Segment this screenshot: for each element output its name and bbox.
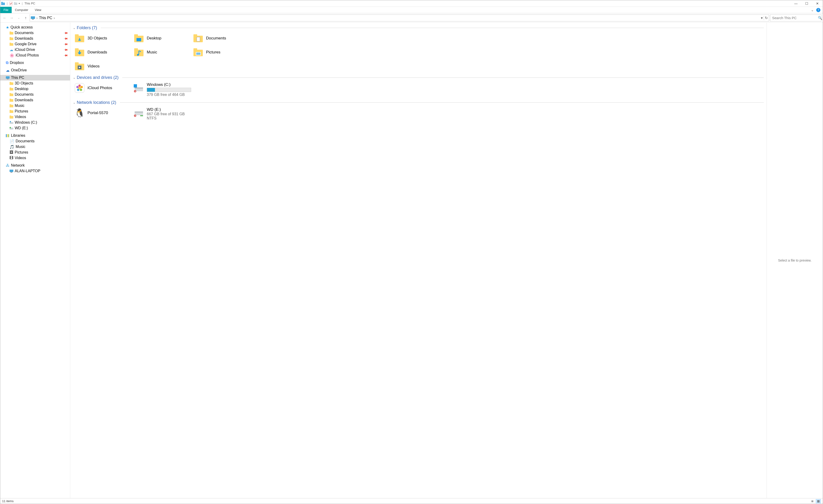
tree-item-lib-documents[interactable]: 📄Documents bbox=[0, 138, 70, 144]
tree-libraries[interactable]: Libraries bbox=[0, 133, 70, 138]
search-input[interactable] bbox=[772, 16, 816, 20]
tree-item-videos[interactable]: Videos bbox=[0, 114, 70, 120]
tile-wd-e[interactable]: ✕ WD (E:) 667 GB free of 931 GB NTFS bbox=[132, 107, 193, 121]
drive-c-icon: ✕ bbox=[133, 82, 144, 94]
tree-item-google-drive[interactable]: Google Drive📌 bbox=[0, 41, 70, 47]
navigation-pane[interactable]: ★ Quick access Documents📌 Downloads📌 Goo… bbox=[0, 23, 70, 498]
tree-item-documents[interactable]: Documents bbox=[0, 92, 70, 97]
tile-label: iCloud Photos bbox=[88, 86, 112, 90]
back-button[interactable]: ← bbox=[2, 15, 8, 21]
folder-icon bbox=[10, 99, 13, 102]
drive-name: WD (E:) bbox=[147, 107, 185, 112]
breadcrumb-sep-icon[interactable]: › bbox=[36, 16, 37, 20]
svg-rect-14 bbox=[7, 78, 9, 79]
linux-icon: 🐧 bbox=[74, 107, 85, 119]
library-videos-icon: 🎞 bbox=[10, 156, 13, 160]
forward-button[interactable]: → bbox=[9, 15, 15, 21]
tile-3d-objects[interactable]: 3D Objects bbox=[73, 32, 131, 45]
tree-label: iCloud Photos bbox=[16, 53, 39, 57]
tree-dropbox[interactable]: ⧉Dropbox bbox=[0, 60, 70, 65]
tree-item-pictures[interactable]: Pictures bbox=[0, 109, 70, 114]
group-header-network[interactable]: ⌄ Network locations (2) bbox=[73, 100, 764, 105]
tile-downloads[interactable]: Downloads bbox=[73, 46, 131, 59]
help-icon[interactable]: ? bbox=[816, 8, 820, 12]
tile-music[interactable]: Music bbox=[132, 46, 191, 59]
svg-rect-9 bbox=[10, 37, 13, 40]
view-tiles-button[interactable]: ▦ bbox=[816, 499, 821, 503]
svg-rect-6 bbox=[32, 19, 34, 20]
view-details-button[interactable]: ≣ bbox=[810, 499, 815, 503]
svg-rect-73 bbox=[135, 112, 143, 113]
tile-label: Downloads bbox=[88, 50, 107, 54]
tree-item-wd-e[interactable]: WD (E:) bbox=[0, 125, 70, 131]
refresh-icon[interactable]: ↻ bbox=[765, 16, 768, 20]
folder-icon bbox=[10, 116, 13, 119]
close-button[interactable]: ✕ bbox=[812, 0, 823, 7]
tile-label: Videos bbox=[88, 64, 100, 68]
address-dropdown-icon[interactable]: ▾ bbox=[761, 16, 763, 20]
tree-this-pc[interactable]: This PC bbox=[0, 75, 70, 80]
tile-windows-c[interactable]: ✕ Windows (C:) 379 GB free of 464 GB bbox=[132, 81, 193, 98]
items-view[interactable]: ⌄ Folders (7) 3D Objects Desktop Documen… bbox=[70, 23, 767, 498]
properties-qat-icon[interactable] bbox=[9, 2, 13, 5]
pin-icon: 📌 bbox=[63, 47, 68, 52]
tree-label: Pictures bbox=[15, 150, 28, 154]
up-button[interactable]: ↑ bbox=[23, 15, 29, 21]
breadcrumb-this-pc[interactable]: This PC bbox=[39, 16, 52, 20]
tree-item-downloads[interactable]: Downloads📌 bbox=[0, 36, 70, 41]
tile-label: Pictures bbox=[206, 50, 220, 54]
folder-icon bbox=[10, 93, 13, 96]
tab-view[interactable]: View bbox=[31, 7, 44, 13]
tree-item-downloads[interactable]: Downloads bbox=[0, 97, 70, 103]
svg-rect-68 bbox=[135, 88, 143, 89]
svg-rect-23 bbox=[10, 105, 13, 107]
tree-item-alan-laptop[interactable]: ALAN-LAPTOP bbox=[0, 168, 70, 174]
pin-icon: 📌 bbox=[63, 53, 68, 58]
pc-icon bbox=[6, 76, 10, 79]
qat-dropdown-icon[interactable]: ▾ bbox=[19, 2, 20, 5]
svg-rect-69 bbox=[134, 84, 137, 88]
tab-file[interactable]: File bbox=[0, 7, 12, 13]
tree-item-lib-pictures[interactable]: 🖼Pictures bbox=[0, 150, 70, 155]
tree-item-windows-c[interactable]: Windows (C:) bbox=[0, 120, 70, 125]
ribbon-expand-icon[interactable]: ⌄ bbox=[811, 8, 814, 12]
tab-computer[interactable]: Computer bbox=[12, 7, 31, 13]
tile-videos[interactable]: Videos bbox=[73, 60, 131, 73]
tree-item-icloud-photos[interactable]: 🌸iCloud Photos📌 bbox=[0, 52, 70, 58]
tree-onedrive[interactable]: ☁OneDrive bbox=[0, 67, 70, 73]
tree-item-desktop[interactable]: Desktop bbox=[0, 86, 70, 92]
tile-icloud-photos[interactable]: iCloud Photos bbox=[73, 81, 131, 95]
tile-desktop[interactable]: Desktop bbox=[132, 32, 191, 45]
group-header-devices[interactable]: ⌄ Devices and drives (2) bbox=[73, 75, 764, 80]
cloud-icon: ☁ bbox=[6, 68, 10, 72]
recent-locations-button[interactable]: ⌄ bbox=[16, 15, 22, 21]
tree-label: Videos bbox=[15, 156, 26, 160]
address-bar[interactable]: › This PC › ▾ ↻ bbox=[30, 14, 769, 21]
breadcrumb-sep-icon[interactable]: › bbox=[54, 16, 55, 20]
tree-network[interactable]: 🖧Network bbox=[0, 163, 70, 168]
maximize-button[interactable]: ☐ bbox=[801, 0, 812, 7]
svg-rect-21 bbox=[10, 99, 13, 102]
tree-item-lib-videos[interactable]: 🎞Videos bbox=[0, 155, 70, 161]
group-header-folders[interactable]: ⌄ Folders (7) bbox=[73, 25, 764, 30]
newfolder-qat-icon[interactable] bbox=[14, 2, 17, 5]
tile-pictures[interactable]: Pictures bbox=[192, 46, 250, 59]
navigation-bar: ← → ⌄ ↑ › This PC › ▾ ↻ 🔍 bbox=[0, 13, 823, 23]
folder-desktop-icon bbox=[133, 33, 144, 44]
minimize-button[interactable]: — bbox=[791, 0, 801, 7]
tile-documents[interactable]: Documents bbox=[192, 32, 250, 45]
tree-item-icloud-drive[interactable]: ☁iCloud Drive📌 bbox=[0, 47, 70, 52]
tree-item-lib-music[interactable]: 🎵Music bbox=[0, 144, 70, 150]
group-title: Folders (7) bbox=[77, 25, 97, 30]
tree-label: OneDrive bbox=[11, 68, 27, 72]
tree-quick-access[interactable]: ★ Quick access bbox=[0, 24, 70, 30]
tree-label: Videos bbox=[15, 115, 26, 119]
tree-label: Downloads bbox=[15, 36, 33, 41]
search-icon[interactable]: 🔍 bbox=[818, 16, 822, 20]
tile-portal-5570[interactable]: 🐧 Portal-5570 bbox=[73, 107, 131, 120]
quick-access-toolbar: | ▾ | bbox=[1, 2, 23, 5]
tree-item-3d-objects[interactable]: 3D Objects bbox=[0, 80, 70, 86]
tree-item-documents[interactable]: Documents📌 bbox=[0, 30, 70, 36]
search-box[interactable]: 🔍 bbox=[770, 14, 821, 21]
tree-item-music[interactable]: Music bbox=[0, 103, 70, 109]
